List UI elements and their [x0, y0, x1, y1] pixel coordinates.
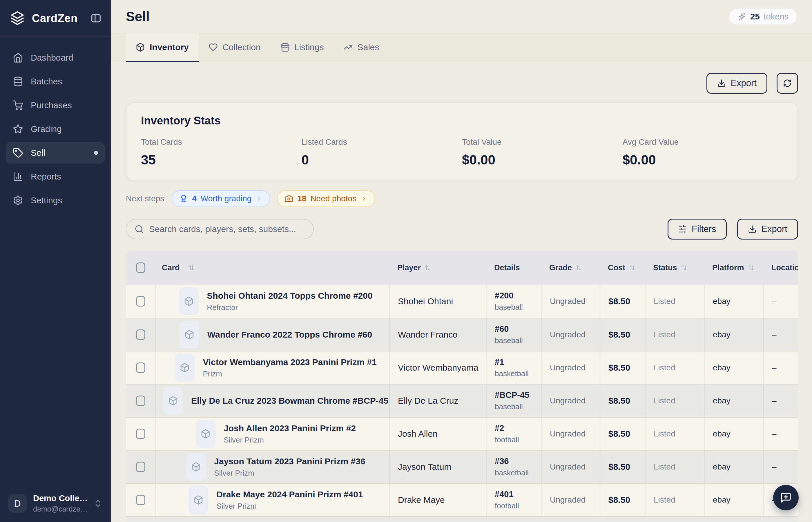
row-checkbox[interactable]	[136, 362, 145, 373]
package-icon	[136, 43, 145, 52]
card-thumbnail	[196, 420, 216, 448]
column-header-cost[interactable]: Cost	[600, 263, 645, 272]
column-header-details[interactable]: Details	[486, 263, 541, 272]
tab-inventory[interactable]: Inventory	[126, 33, 199, 62]
sidebar-item-reports[interactable]: Reports	[6, 166, 105, 187]
star-icon	[13, 124, 23, 134]
message-square-plus-icon	[780, 492, 792, 503]
row-checkbox[interactable]	[136, 396, 145, 406]
export-button[interactable]: Export	[737, 219, 798, 240]
column-header-grade[interactable]: Grade	[541, 263, 600, 272]
sidebar-item-settings[interactable]: Settings	[6, 190, 105, 211]
package-icon	[168, 396, 178, 406]
grade-value: Ungraded	[550, 429, 600, 439]
platform-value: ebay	[713, 330, 763, 339]
column-header-location[interactable]: Location	[763, 263, 798, 272]
card-name: Victor Wembanyama 2023 Panini Prizm #1	[203, 357, 377, 367]
card-number: #60	[495, 324, 541, 334]
stat-label: Listed Cards	[302, 138, 462, 147]
row-checkbox[interactable]	[136, 462, 145, 472]
sidebar-item-purchases[interactable]: Purchases	[6, 95, 105, 116]
sidebar-item-label: Grading	[31, 124, 62, 134]
sidebar-item-dashboard[interactable]: Dashboard	[6, 47, 105, 68]
status-value: Listed	[654, 330, 704, 339]
sidebar-item-sell[interactable]: Sell	[6, 142, 105, 164]
inventory-stats-card: Inventory Stats Total Cards35Listed Card…	[126, 102, 798, 181]
card-number: #2	[495, 423, 541, 433]
table-row[interactable]: Josh Allen 2023 Panini Prizm #2Silver Pr…	[126, 417, 798, 450]
status-value: Listed	[654, 429, 704, 439]
badge-need-photos[interactable]: 18Need photos	[277, 190, 375, 207]
column-label: Status	[653, 263, 677, 272]
row-checkbox[interactable]	[136, 329, 145, 340]
column-header-card[interactable]: Card	[156, 263, 389, 272]
column-header-platform[interactable]: Platform	[704, 263, 763, 272]
tab-sales[interactable]: Sales	[333, 33, 389, 62]
badge-worth-grading[interactable]: 4Worth grading	[172, 190, 270, 207]
card-sport: baseball	[495, 336, 541, 345]
stat-label: Total Cards	[141, 138, 302, 147]
filters-button[interactable]: Filters	[668, 219, 727, 240]
card-sport: basketball	[495, 468, 541, 477]
tab-label: Inventory	[150, 42, 189, 52]
page-header: Sell 25 tokens	[111, 0, 812, 33]
player-name: Shohei Ohtani	[398, 296, 486, 306]
table-row[interactable]: Wander Franco 2022 Topps Chrome #60Wande…	[126, 318, 798, 351]
table-body: Shohei Ohtani 2024 Topps Chrome #200Refr…	[126, 285, 798, 516]
tokens-label: tokens	[764, 12, 789, 21]
cost-value: $8.50	[608, 429, 645, 439]
table-controls: Filters Export	[126, 219, 798, 240]
export-button-top[interactable]: Export	[707, 73, 767, 94]
table-row[interactable]: Drake Maye 2024 Panini Prizm #401Silver …	[126, 483, 798, 516]
row-checkbox[interactable]	[136, 429, 145, 439]
sidebar-item-label: Dashboard	[31, 53, 73, 63]
tab-label: Collection	[222, 42, 261, 52]
chevrons-up-down-icon[interactable]	[94, 499, 103, 508]
table-row[interactable]: Victor Wembanyama 2023 Panini Prizm #1Pr…	[126, 351, 798, 384]
table-row[interactable]: Shohei Ohtani 2024 Topps Chrome #200Refr…	[126, 285, 798, 318]
select-all-checkbox[interactable]	[136, 262, 145, 273]
status-value: Listed	[654, 462, 704, 471]
column-label: Card	[162, 263, 180, 272]
chat-fab-button[interactable]	[773, 485, 799, 510]
location-value: –	[772, 462, 798, 471]
cost-value: $8.50	[608, 396, 645, 406]
table-row[interactable]: Elly De La Cruz 2023 Bowman Chrome #BCP-…	[126, 384, 798, 417]
tab-bar: InventoryCollectionListingsSales	[111, 33, 812, 62]
next-steps-label: Next steps	[126, 194, 164, 203]
tokens-badge: 25 tokens	[729, 8, 797, 25]
search-box[interactable]	[126, 219, 314, 239]
stats-title: Inventory Stats	[141, 115, 783, 127]
user-footer[interactable]: D Demo Colle… demo@cardze…	[0, 485, 111, 522]
card-name: Drake Maye 2024 Panini Prizm #401	[216, 489, 363, 499]
card-name: Wander Franco 2022 Topps Chrome #60	[207, 330, 372, 340]
column-header-status[interactable]: Status	[645, 263, 704, 272]
actions-row: Export	[126, 73, 798, 94]
refresh-button[interactable]	[777, 73, 798, 94]
sidebar-item-label: Settings	[31, 196, 62, 205]
row-checkbox[interactable]	[136, 495, 145, 505]
package-icon	[184, 296, 194, 306]
tab-listings[interactable]: Listings	[270, 33, 334, 62]
row-checkbox[interactable]	[136, 296, 145, 306]
sidebar-header: CardZen	[0, 0, 111, 37]
location-value: –	[772, 396, 798, 405]
location-value: –	[772, 330, 798, 339]
tab-collection[interactable]: Collection	[199, 33, 270, 62]
cost-value: $8.50	[608, 363, 645, 373]
cost-value: $8.50	[608, 462, 645, 472]
panel-left-icon[interactable]	[90, 13, 102, 24]
table-row[interactable]: Jayson Tatum 2023 Panini Prizm #36Silver…	[126, 450, 798, 483]
column-header-player[interactable]: Player	[389, 263, 486, 272]
grade-value: Ungraded	[550, 363, 600, 373]
cart-icon	[13, 100, 23, 111]
search-input[interactable]	[149, 224, 305, 234]
sidebar-item-grading[interactable]: Grading	[6, 118, 105, 140]
header-select-all	[126, 262, 156, 273]
stat-value: $0.00	[462, 152, 623, 168]
cost-value: $8.50	[608, 330, 645, 340]
column-label: Grade	[549, 263, 572, 272]
sidebar-item-batches[interactable]: Batches	[6, 71, 105, 92]
card-thumbnail	[188, 486, 208, 514]
badge-label: Need photos	[310, 194, 357, 203]
